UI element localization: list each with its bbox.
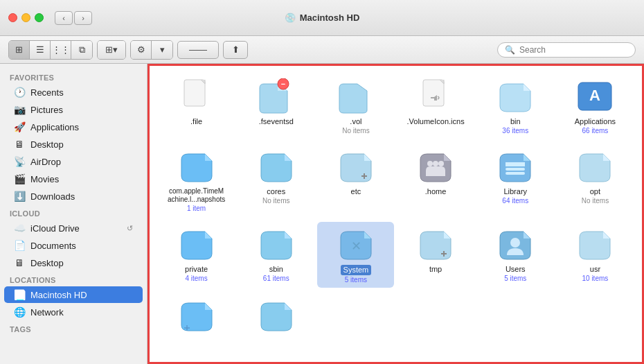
icloud-sync-icon: ↺	[127, 224, 133, 233]
sidebar-item-pictures[interactable]: 📷 Pictures	[4, 101, 143, 118]
file-grid: .file − .fseventsd	[158, 74, 634, 340]
back-button[interactable]: ‹	[55, 11, 73, 25]
main-content: Favorites 🕐 Recents 📷 Pictures 🚀 Applica…	[0, 64, 644, 364]
file-item-opt[interactable]: opt No items	[557, 144, 634, 216]
file-count-system: 5 items	[345, 276, 367, 284]
svg-rect-0	[184, 80, 205, 106]
file-name-volumeicon: .VolumeIcon.icns	[406, 117, 464, 126]
sidebar-item-label: Desktop	[30, 258, 64, 268]
list-view-button[interactable]: ☰	[30, 41, 51, 59]
icon-view-button[interactable]: ⊞	[9, 41, 30, 59]
file-count-private: 4 items	[185, 275, 207, 282]
file-item-private[interactable]: private 4 items	[158, 222, 235, 288]
file-item-file-generic[interactable]: .file	[158, 74, 235, 139]
network-icon: 🌐	[14, 306, 25, 318]
movies-icon: 🎬	[14, 173, 25, 184]
svg-point-7	[433, 161, 438, 166]
minimize-button[interactable]	[21, 13, 30, 22]
sidebar-item-label: Pictures	[30, 105, 63, 115]
file-name-etc: etc	[351, 187, 361, 196]
gear-dropdown-button[interactable]: ▾	[152, 41, 172, 59]
hdd-icon: 💿	[285, 12, 296, 23]
sidebar-item-documents[interactable]: 📄 Documents	[4, 237, 143, 254]
file-item-extra2[interactable]	[238, 293, 314, 340]
file-icon-file-generic	[177, 78, 216, 114]
close-button[interactable]	[8, 13, 17, 22]
sidebar-item-airdrop[interactable]: 📡 AirDrop	[4, 153, 143, 170]
tag-button[interactable]: ——	[177, 41, 219, 59]
sidebar-item-applications[interactable]: 🚀 Applications	[4, 119, 143, 135]
file-name-users: Users	[506, 265, 526, 274]
file-count-bin: 36 items	[502, 127, 528, 135]
file-icon-system: ✕	[337, 226, 375, 262]
sidebar-item-label: AirDrop	[30, 157, 61, 167]
forward-button[interactable]: ›	[74, 11, 92, 25]
sidebar-item-macintosh-hd[interactable]: 💾 Macintosh HD	[4, 286, 143, 303]
file-item-system[interactable]: ✕ System 5 items	[317, 222, 394, 288]
cover-view-button[interactable]: ⧉	[71, 41, 92, 59]
file-item-etc[interactable]: etc	[317, 144, 394, 216]
sidebar-item-desktop-fav[interactable]: 🖥 Desktop	[4, 136, 143, 153]
file-item-tmp[interactable]: tmp	[397, 222, 474, 288]
sort-button[interactable]: ⊞▾	[98, 41, 125, 59]
file-item-bin[interactable]: bin 36 items	[477, 74, 554, 139]
sidebar: Favorites 🕐 Recents 📷 Pictures 🚀 Applica…	[0, 64, 147, 364]
file-name-library: Library	[503, 187, 527, 196]
title-label: Macintosh HD	[300, 12, 360, 23]
sidebar-item-network[interactable]: 🌐 Network	[4, 304, 143, 320]
sidebar-item-label: iCloud Drive	[30, 223, 80, 234]
share-button[interactable]: ⬆	[223, 41, 248, 59]
airdrop-icon: 📡	[14, 156, 25, 167]
svg-point-12	[510, 238, 520, 248]
file-item-library[interactable]: Library 64 items	[477, 144, 554, 216]
file-icon-applications: A	[575, 78, 614, 114]
gear-button[interactable]: ⚙	[131, 41, 152, 59]
file-icon-bin	[496, 78, 535, 114]
sidebar-item-label: Network	[30, 307, 64, 318]
traffic-lights	[8, 13, 44, 22]
sidebar-item-desktop-icloud[interactable]: 🖥 Desktop	[4, 254, 143, 271]
file-icon-home	[416, 148, 455, 184]
sidebar-item-icloud-drive[interactable]: ☁️ iCloud Drive ↺	[4, 220, 143, 236]
file-name-home: .home	[425, 187, 447, 196]
sidebar-item-label: Movies	[30, 174, 59, 184]
svg-text:−: −	[281, 80, 285, 88]
file-icon-private	[177, 226, 216, 262]
file-item-applications[interactable]: A Applications 66 items	[557, 74, 634, 139]
svg-text:✕: ✕	[350, 239, 361, 253]
downloads-icon: ⬇️	[14, 191, 25, 202]
file-item-sbin[interactable]: sbin 61 items	[238, 222, 314, 288]
file-icon-tmp	[416, 226, 455, 262]
file-name-vol: .vol	[350, 117, 361, 126]
file-icon-sbin	[257, 226, 296, 262]
file-count-applications: 66 items	[582, 127, 609, 135]
maximize-button[interactable]	[35, 13, 44, 22]
file-icon-volumeicon	[416, 78, 455, 114]
file-item-cores[interactable]: cores No items	[238, 144, 314, 216]
file-item-usr[interactable]: usr 10 items	[557, 222, 634, 288]
file-icon-extra1	[177, 297, 216, 333]
file-item-timemachine[interactable]: com.apple.TimeMachine.l...napshots 1 ite…	[158, 144, 235, 216]
file-item-extra1[interactable]	[158, 293, 235, 340]
file-count-opt: No items	[582, 197, 609, 205]
sort-group: ⊞▾	[97, 40, 126, 60]
file-item-fseventsd[interactable]: − .fseventsd	[238, 74, 314, 139]
search-input[interactable]	[519, 45, 628, 55]
file-name-private: private	[185, 265, 208, 274]
sidebar-item-movies[interactable]: 🎬 Movies	[4, 171, 143, 187]
column-view-button[interactable]: ⋮⋮	[51, 41, 71, 59]
file-item-vol[interactable]: .vol No items	[317, 74, 394, 139]
sidebar-section-favorites: Favorites	[0, 69, 147, 83]
file-item-users[interactable]: Users 5 items	[477, 222, 554, 288]
view-mode-group: ⊞ ☰ ⋮⋮ ⧉	[8, 40, 93, 60]
svg-rect-3	[423, 80, 444, 106]
file-name-fseventsd: .fseventsd	[259, 117, 294, 126]
sidebar-item-recents[interactable]: 🕐 Recents	[4, 84, 143, 101]
sidebar-item-downloads[interactable]: ⬇️ Downloads	[4, 188, 143, 205]
file-count-cores: No items	[262, 197, 289, 205]
svg-text:A: A	[589, 87, 600, 104]
sidebar-item-label: Macintosh HD	[30, 290, 87, 300]
file-item-home[interactable]: .home	[397, 144, 474, 216]
file-item-volumeicon[interactable]: .VolumeIcon.icns	[397, 74, 474, 139]
applications-icon: 🚀	[14, 121, 25, 132]
